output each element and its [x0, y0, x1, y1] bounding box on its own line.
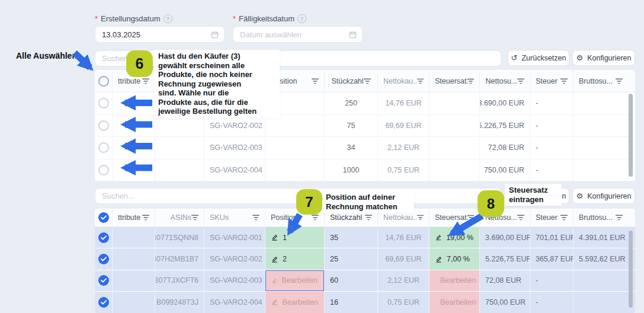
column-label: Steuersatz	[435, 77, 467, 85]
check-icon	[101, 235, 107, 240]
filter-icon[interactable]	[616, 215, 623, 221]
header-cell-checkbox	[95, 209, 113, 226]
taxrate-edit-button[interactable]: 19,00 %	[430, 227, 479, 248]
row-checkbox[interactable]	[98, 98, 109, 108]
callout-badge-6: 6	[126, 50, 153, 77]
asin-cell: B099248T3J	[155, 292, 204, 312]
asin-cell	[155, 137, 204, 159]
checkbox-cell	[95, 137, 113, 159]
position-edit-button[interactable]: 1	[265, 227, 324, 248]
row-checkbox[interactable]	[98, 165, 109, 175]
filter-icon[interactable]	[517, 78, 524, 84]
netsum-cell: 3.690,00 EUR	[480, 92, 530, 114]
taxrate-value: 7,00 %	[447, 255, 470, 263]
tooltip-callout-6: Hast du den Käufer (3) gewählt erscheine…	[154, 50, 280, 118]
tooltip-callout-7: Position auf deiner Rechnung matchen	[322, 191, 414, 213]
filter-icon[interactable]	[364, 78, 371, 84]
row-checkbox[interactable]	[98, 120, 109, 131]
table1-scrollbar[interactable]	[629, 94, 633, 177]
row-checkbox[interactable]	[98, 297, 109, 308]
callout-badge-7: 7	[296, 189, 322, 215]
calendar-icon[interactable]	[211, 31, 219, 39]
filter-icon[interactable]	[312, 215, 319, 221]
grosssum-cell: 5.592,62 EUR	[573, 248, 628, 269]
filter-icon[interactable]	[142, 78, 149, 84]
position-value: 2	[283, 255, 287, 263]
creation-date-value[interactable]	[101, 30, 211, 40]
filter-icon[interactable]	[616, 78, 623, 84]
tax-cell: 365,87 EUR	[530, 248, 573, 269]
checkbox-cell	[95, 248, 113, 269]
sku-cell: SG-VARO2-002	[204, 115, 265, 137]
position-edit-button[interactable]: Bearbeiten	[265, 292, 324, 312]
due-date-value[interactable]	[239, 30, 349, 40]
position-edit-button[interactable]: 2	[265, 248, 324, 269]
filter-icon[interactable]	[252, 215, 259, 221]
taxrate-edit-button[interactable]: Bearbeiten	[430, 270, 479, 291]
configure-button-label: Konfigurieren	[587, 192, 631, 200]
select-all-checkbox[interactable]	[98, 76, 109, 87]
position-value: Bearbeiten	[282, 276, 318, 285]
gear-icon: ⚙	[576, 54, 584, 62]
sku-cell: SG-VARO2-002	[204, 248, 265, 269]
position-value: Bearbeiten	[283, 298, 318, 306]
row-checkbox[interactable]	[98, 142, 109, 153]
filter-icon[interactable]	[312, 78, 319, 84]
column-label: Stückzahl	[330, 213, 362, 222]
taxrate-edit-button[interactable]: Bearbeiten	[430, 292, 479, 312]
filter-icon[interactable]	[142, 215, 149, 221]
select-all-checkbox[interactable]	[98, 212, 109, 223]
table2-scrollbar[interactable]	[629, 231, 633, 308]
filter-icon[interactable]	[517, 215, 524, 221]
due-date-input[interactable]	[233, 26, 363, 43]
column-label: Nettokau...	[383, 213, 417, 222]
grosssum-cell	[573, 115, 628, 137]
row-checkbox[interactable]	[98, 232, 109, 243]
asin-cell: B0771SQNN8	[155, 227, 204, 248]
netprice-cell: 69,69 EUR	[378, 248, 430, 269]
sku-cell: SG-VARO2-003	[204, 270, 265, 291]
filter-icon[interactable]	[467, 215, 474, 221]
position-cell	[265, 159, 325, 181]
position-cell	[265, 115, 325, 137]
creation-date-input[interactable]	[95, 26, 225, 43]
netprice-cell: 0,75 EUR	[378, 292, 430, 312]
edit-icon	[271, 256, 278, 263]
select-all-annotation-label: Alle Auswählen	[16, 51, 77, 60]
attribute-cell	[113, 227, 155, 248]
row-checkbox[interactable]	[98, 254, 109, 264]
checkbox-cell	[95, 92, 113, 114]
quantity-cell: 25	[325, 248, 378, 269]
filter-icon[interactable]	[417, 78, 424, 84]
help-icon[interactable]: ?	[164, 14, 172, 23]
tax-cell: -	[530, 92, 573, 114]
position-cell: 1	[265, 227, 325, 248]
position-cell: Bearbeiten	[265, 270, 325, 291]
table1-reset-button[interactable]: ↺ Zurücksetzen	[508, 50, 569, 66]
quantity-cell: 75	[325, 115, 378, 137]
row-checkbox[interactable]	[98, 275, 109, 286]
position-edit-button[interactable]: Bearbeiten	[265, 270, 324, 291]
filter-icon[interactable]	[467, 78, 474, 84]
filter-icon[interactable]	[191, 215, 198, 221]
quantity-cell: 34	[325, 137, 378, 159]
matched-products-table: ttribute ASINs SKUs Position Stückzahl N…	[95, 209, 635, 313]
table2-configure-button[interactable]: ⚙ Konfigurieren	[572, 188, 635, 204]
taxrate-edit-button[interactable]: 7,00 %	[430, 248, 479, 269]
table1-configure-button[interactable]: ⚙ Konfigurieren	[572, 50, 635, 66]
table-row: B0771SQNN8 SG-VARO2-001 1 35 14,76 EUR 1…	[95, 227, 635, 248]
help-icon[interactable]: ?	[297, 14, 306, 23]
filter-icon[interactable]	[365, 215, 372, 221]
attribute-cell	[113, 248, 155, 269]
calendar-icon[interactable]	[349, 31, 357, 39]
column-label: Stückzahl	[331, 77, 363, 85]
filter-icon[interactable]	[417, 215, 424, 221]
configure-button-label: Konfigurieren	[587, 54, 631, 62]
filter-icon[interactable]	[560, 215, 568, 221]
grosssum-cell	[573, 92, 628, 114]
filter-icon[interactable]	[560, 78, 568, 84]
netprice-cell: 0,75 EUR	[378, 159, 430, 181]
header-cell-taxrate: Steuersatz	[430, 209, 480, 226]
grosssum-cell	[573, 137, 628, 159]
column-label: ttribute	[118, 77, 140, 85]
